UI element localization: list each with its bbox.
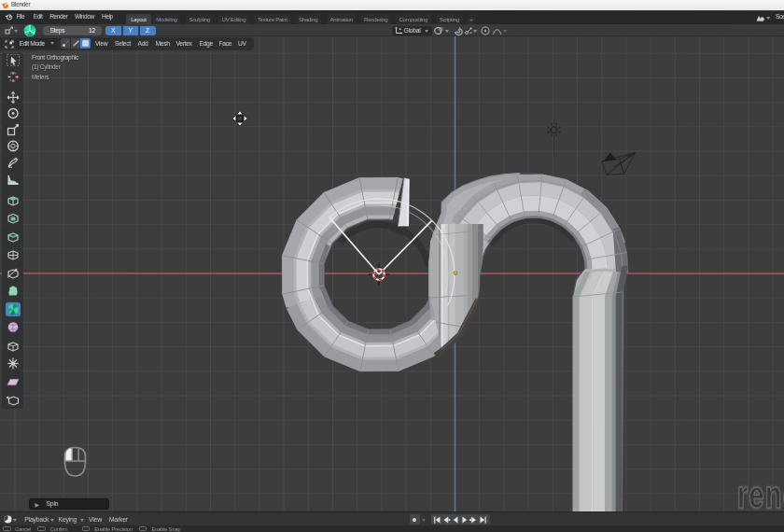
svg-text:rend: rend: [737, 473, 784, 515]
